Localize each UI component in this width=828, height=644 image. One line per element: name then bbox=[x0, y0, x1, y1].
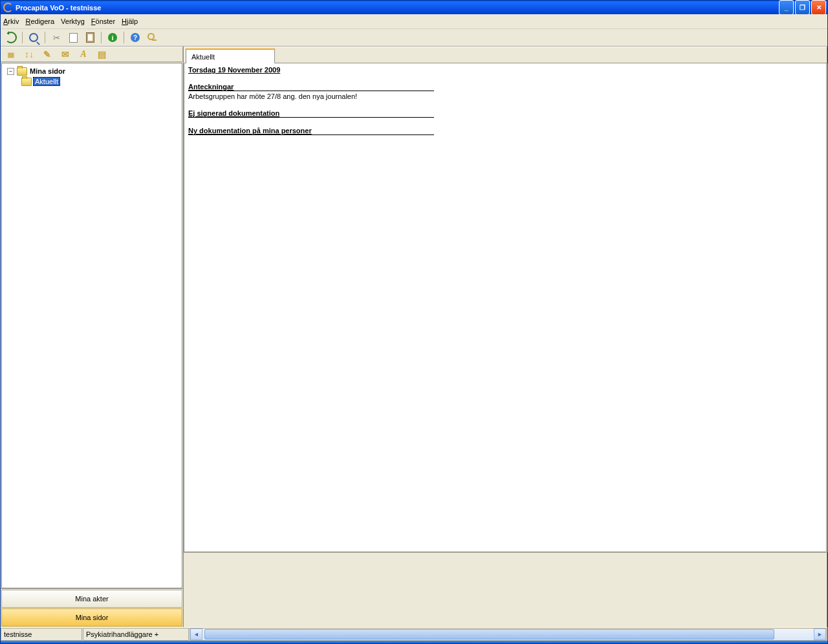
list-icon: ≣ bbox=[7, 49, 15, 59]
sliders-icon: ↕↓ bbox=[25, 49, 34, 59]
mail-icon: ✉ bbox=[61, 49, 69, 59]
anteckningar-text: Arbetsgruppen har möte 27/8 ang. den nya… bbox=[188, 92, 822, 100]
scroll-track[interactable] bbox=[203, 629, 813, 639]
lt-btn-4[interactable]: ✉ bbox=[58, 47, 73, 62]
app-window: Procapita VoO - testnisse _ ❐ ✕ Arkiv Re… bbox=[0, 0, 828, 644]
key-button[interactable] bbox=[144, 30, 160, 45]
separator bbox=[45, 32, 45, 43]
lt-btn-3[interactable]: ✎ bbox=[39, 47, 55, 62]
search-icon bbox=[29, 33, 38, 42]
stack-buttons: Mina akter Mina sidor bbox=[1, 588, 183, 627]
lt-btn-1[interactable]: ≣ bbox=[3, 47, 19, 62]
search-button[interactable] bbox=[26, 30, 41, 45]
scroll-left-button[interactable]: ◄ bbox=[190, 628, 202, 640]
content-area: Torsdag 19 November 2009 Anteckningar Ar… bbox=[184, 63, 827, 552]
left-toolbar: ≣ ↕↓ ✎ ✉ A ▤ bbox=[1, 47, 183, 62]
close-button[interactable]: ✕ bbox=[811, 0, 826, 15]
nydokumentation-heading: Ny dokumentation på mina personer bbox=[188, 127, 434, 135]
card-icon: ▤ bbox=[98, 49, 106, 59]
copy-icon bbox=[69, 33, 78, 43]
date-heading: Torsdag 19 November 2009 bbox=[188, 66, 822, 74]
tab-aktuellt[interactable]: Aktuellt bbox=[186, 48, 275, 63]
separator bbox=[101, 32, 102, 43]
font-icon: A bbox=[80, 49, 86, 59]
paste-icon bbox=[86, 32, 94, 43]
status-user: testnisse bbox=[1, 628, 82, 641]
separator bbox=[22, 32, 23, 43]
lt-btn-6[interactable]: ▤ bbox=[94, 47, 109, 62]
tree-child-label: Aktuellt bbox=[33, 77, 60, 86]
right-panel: Aktuellt Torsdag 19 November 2009 Anteck… bbox=[184, 47, 827, 627]
window-title: Procapita VoO - testnisse bbox=[16, 4, 779, 12]
cut-button[interactable]: ✂ bbox=[49, 30, 64, 45]
status-role: Psykiatrihandläggare + bbox=[83, 628, 189, 641]
maximize-button[interactable]: ❐ bbox=[795, 0, 810, 15]
note-icon: ✎ bbox=[43, 49, 51, 59]
menu-hjalp[interactable]: Hjälp bbox=[122, 17, 138, 25]
cut-icon: ✂ bbox=[53, 33, 60, 43]
menu-verktyg[interactable]: Verktyg bbox=[61, 17, 85, 25]
scroll-right-button[interactable]: ► bbox=[814, 628, 826, 640]
folder-icon bbox=[17, 67, 27, 76]
tree-root-row[interactable]: − Mina sidor bbox=[3, 66, 180, 76]
help-button[interactable]: ? bbox=[127, 30, 143, 45]
tree-root-label: Mina sidor bbox=[28, 67, 67, 75]
folder-icon bbox=[21, 78, 32, 86]
collapse-icon[interactable]: − bbox=[7, 68, 14, 75]
lt-btn-5[interactable]: A bbox=[76, 47, 91, 62]
toolbar: ✂ i ? bbox=[1, 29, 827, 47]
titlebar: Procapita VoO - testnisse _ ❐ ✕ bbox=[1, 1, 827, 14]
tree-view[interactable]: − Mina sidor Aktuellt bbox=[1, 63, 182, 588]
menubar: Arkiv Redigera Verktyg Fönster Hjälp bbox=[1, 14, 827, 29]
horizontal-scrollbar[interactable]: ◄ ► bbox=[190, 628, 827, 641]
tree-child-row[interactable]: Aktuellt bbox=[3, 76, 180, 87]
tabstrip: Aktuellt bbox=[184, 47, 827, 63]
mina-sidor-button[interactable]: Mina sidor bbox=[1, 608, 182, 627]
menu-arkiv[interactable]: Arkiv bbox=[3, 17, 19, 25]
anteckningar-heading: Anteckningar bbox=[188, 83, 434, 91]
refresh-icon bbox=[5, 32, 17, 43]
menu-redigera[interactable]: Redigera bbox=[25, 17, 54, 25]
paste-button[interactable] bbox=[82, 30, 98, 45]
scroll-thumb[interactable] bbox=[204, 629, 774, 639]
ejsignerad-heading: Ej signerad dokumentation bbox=[188, 109, 434, 118]
statusbar: testnisse Psykiatrihandläggare + ◄ ► bbox=[1, 627, 827, 641]
lower-right-pane bbox=[184, 552, 827, 627]
minimize-button[interactable]: _ bbox=[779, 0, 794, 15]
key-icon bbox=[147, 33, 157, 42]
app-icon bbox=[3, 3, 13, 12]
mina-akter-button[interactable]: Mina akter bbox=[1, 590, 182, 608]
help-icon: ? bbox=[131, 33, 140, 42]
info-icon: i bbox=[108, 33, 117, 42]
lt-btn-2[interactable]: ↕↓ bbox=[21, 47, 37, 62]
copy-button[interactable] bbox=[65, 30, 81, 45]
taskbar-edge bbox=[1, 641, 827, 643]
menu-fonster[interactable]: Fönster bbox=[91, 17, 115, 25]
body: ≣ ↕↓ ✎ ✉ A ▤ − Mina sidor Aktuellt M bbox=[1, 47, 827, 627]
info-button[interactable]: i bbox=[105, 30, 120, 45]
left-panel: ≣ ↕↓ ✎ ✉ A ▤ − Mina sidor Aktuellt M bbox=[1, 47, 184, 627]
refresh-button[interactable] bbox=[3, 30, 19, 45]
separator bbox=[124, 32, 124, 43]
